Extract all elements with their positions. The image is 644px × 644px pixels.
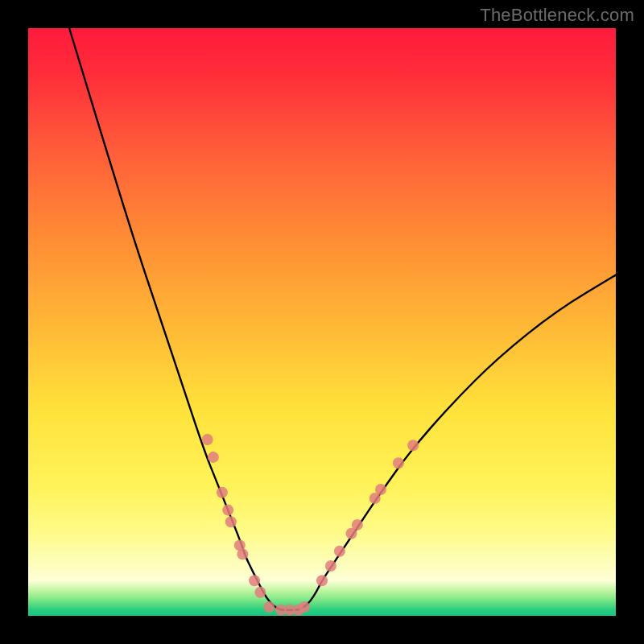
sample-point bbox=[393, 457, 404, 469]
sample-point bbox=[325, 560, 336, 572]
sample-point bbox=[237, 548, 248, 559]
sample-point bbox=[407, 440, 419, 451]
sample-point bbox=[249, 575, 260, 586]
sample-point bbox=[316, 575, 328, 586]
sample-points-group bbox=[202, 434, 419, 616]
sample-point bbox=[352, 519, 363, 530]
watermark-text: TheBottleneck.com bbox=[480, 5, 634, 26]
sample-point bbox=[217, 487, 228, 498]
sample-point bbox=[375, 484, 386, 495]
sample-point bbox=[334, 546, 345, 557]
bottleneck-curve bbox=[69, 28, 616, 610]
sample-point bbox=[202, 434, 213, 445]
sample-point bbox=[225, 516, 237, 527]
plot-area bbox=[28, 28, 616, 616]
curve-layer bbox=[28, 28, 616, 616]
chart-frame: TheBottleneck.com bbox=[0, 0, 644, 644]
sample-point bbox=[263, 601, 275, 613]
sample-point bbox=[299, 601, 310, 613]
sample-point bbox=[208, 452, 219, 463]
sample-point bbox=[222, 505, 233, 516]
sample-point bbox=[254, 587, 266, 598]
